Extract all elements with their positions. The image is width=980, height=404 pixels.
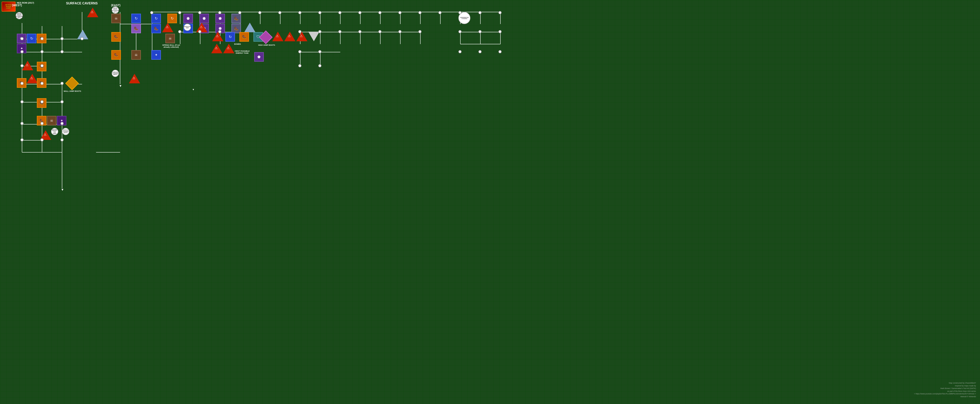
node-e-r1-6: ⬟ (199, 14, 209, 23)
node-e-r1-3: ↻ (151, 14, 161, 23)
triangle-far-1 (272, 32, 283, 41)
connector-w-11 (40, 82, 44, 85)
connector-e-14 (418, 11, 422, 14)
triangle-far-3 (296, 32, 307, 41)
connector-e-31 (498, 30, 502, 33)
connector-w-10 (21, 82, 24, 85)
credits: Map constructed by ChaosMike07 Inspired … (914, 382, 976, 398)
connector-e-3 (198, 11, 201, 14)
federation-ship: FEDERATION SHIP (184, 24, 191, 31)
connector-e-5 (238, 11, 242, 14)
triangle-bombs-r2-1 (211, 44, 223, 53)
connector-e-16 (458, 11, 461, 14)
connector-e-12 (378, 11, 382, 14)
connector-w-6 (40, 50, 44, 53)
connector-e-11 (358, 11, 361, 14)
triangle-top-w (87, 8, 98, 17)
energy-tank-label: FIRST POSSIBLE ENERGY TANK (232, 50, 252, 54)
spm-lift1: SPACE PIRATE MOTHERSHIP LIFT 1 (16, 12, 23, 19)
connector-e-4 (218, 11, 221, 14)
connector-e-8 (298, 11, 301, 14)
connection-lines (0, 0, 980, 404)
spring-ball-square: ☠ (165, 34, 175, 43)
triangle-teal-e (244, 22, 255, 32)
connector-e-17 (478, 11, 482, 14)
arrow-down-2: ▼ (61, 188, 64, 192)
node-w-r1-2: ↻ (27, 34, 37, 43)
node-e-r1-8: 🥾 (231, 14, 241, 23)
wall-jump-boots-diamond (67, 78, 78, 89)
connector-e-7 (278, 11, 282, 14)
connector-w-18 (60, 122, 64, 125)
node-e-r2-2: 🥾 (131, 24, 141, 33)
spring-ball-label: SPRING BALL (if not already collected) (162, 44, 180, 48)
connector-w-8 (21, 64, 24, 67)
node-e-r1-5: ⬟ (183, 14, 193, 23)
connector-e-38 (498, 50, 502, 53)
connector-w-17 (40, 122, 44, 125)
triangle-bombs-1 (212, 32, 223, 41)
restore-energy-west: RESTORE ENERGY AND AMMO (51, 128, 58, 135)
connector-w-15 (60, 100, 64, 104)
connector-e-25 (358, 30, 361, 33)
connector-e-6 (258, 11, 261, 14)
connector-w-16 (21, 122, 24, 125)
connector-e-37 (478, 50, 482, 53)
connector-e-19 (178, 30, 181, 33)
connector-e-29 (458, 30, 461, 33)
node-bombs-1: ↻ (225, 32, 235, 42)
connector-w-19 (21, 138, 24, 142)
triangle-east-r3 (129, 74, 140, 83)
connector-e-18 (498, 11, 502, 14)
triangle-e-r2 (162, 22, 173, 32)
connector-w-3 (60, 37, 64, 40)
node-e-r3-1: 🥾 (111, 50, 121, 60)
connector-w-20 (40, 138, 44, 142)
logo-title: METROID (5, 4, 12, 6)
connector-e-20 (198, 30, 201, 33)
spm-lift2: SPACE PIRATE MOTHERSHIP LIFT 2 (112, 6, 119, 14)
connector-e-24 (338, 30, 342, 33)
connector-e-32 (298, 50, 301, 53)
connector-e-33 (318, 50, 321, 53)
west-label: (WEST) (12, 3, 22, 7)
connector-e-28 (418, 30, 422, 33)
connector-w-2 (40, 37, 44, 40)
node-hjb-sq: ⬟ (254, 52, 264, 62)
node-bombs-2: 🥾 (239, 32, 249, 42)
connector-e-35 (318, 64, 321, 67)
connector-w-1 (21, 37, 24, 40)
connector-e-15 (438, 11, 442, 14)
node-e-r1-1: ☠ (111, 14, 121, 23)
connector-w-12 (60, 82, 64, 85)
surface-caverns-west-circle: SURFACE CAVERNS (WEST) (112, 70, 119, 77)
connector-e-9 (318, 11, 321, 14)
node-e-r2-8: 🥾 (231, 24, 241, 33)
connector-e-26 (378, 30, 382, 33)
surface-caverns-east-circle: SURFACE CAVERNS (EAST) (62, 128, 69, 135)
node-e-r3-2: ☠ (131, 50, 141, 60)
node-e-r3-3: ✦ (151, 50, 161, 60)
wall-jump-boots-label: WALL JUMP BOOTS (64, 90, 81, 92)
connector-e-1 (150, 11, 153, 14)
connector-e-23 (318, 30, 321, 33)
connector-w-4 (81, 37, 84, 40)
connector-e-22 (298, 30, 301, 33)
node-e-r2-1: 🥾 (111, 32, 121, 42)
connector-e-30 (478, 30, 482, 33)
connector-e-36 (458, 50, 461, 53)
bombs-label: BOMBS (234, 43, 241, 45)
logo-line2: ROGUE (6, 6, 11, 7)
connector-w-14 (40, 100, 44, 104)
high-jump-boots-label: HIGH JUMP BOOTS (258, 44, 275, 46)
node-e-r1-4: ↻ (167, 14, 177, 23)
connector-w-5 (21, 50, 24, 53)
node-e-r2-3: 🥾 (151, 24, 161, 33)
inv-triangle-far (308, 32, 320, 41)
triangle-r4-w (27, 74, 38, 83)
connector-w-7 (60, 50, 64, 53)
connector-e-13 (398, 11, 401, 14)
high-jump-boots-diamond (260, 32, 271, 43)
connector-e-21 (218, 30, 221, 33)
node-w-r6-2: ☠ (47, 116, 56, 125)
